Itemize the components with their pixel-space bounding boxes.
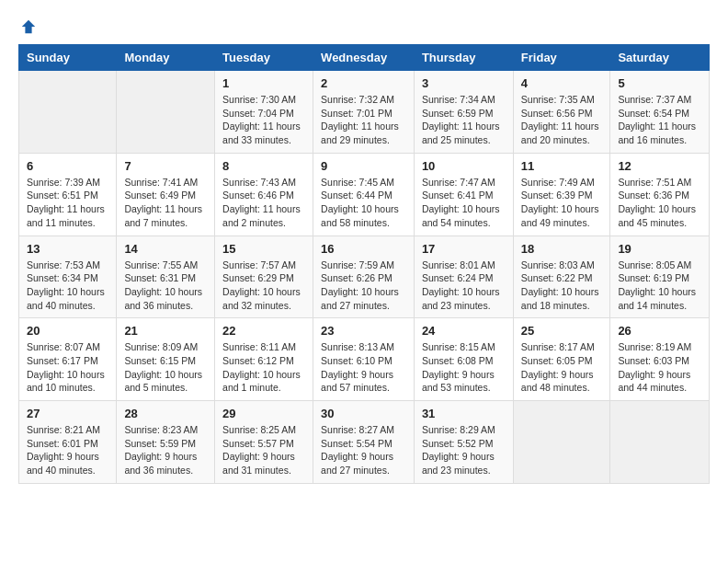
weekday-header: Sunday: [19, 45, 117, 71]
logo: [18, 18, 37, 35]
day-info: Sunrise: 7:34 AMSunset: 6:59 PMDaylight:…: [422, 93, 506, 147]
day-info: Sunrise: 7:57 AMSunset: 6:29 PMDaylight:…: [222, 259, 305, 313]
calendar-cell: 14Sunrise: 7:55 AMSunset: 6:31 PMDayligh…: [117, 236, 215, 318]
logo-icon: [20, 18, 37, 35]
weekday-header: Thursday: [414, 45, 513, 71]
day-number: 19: [618, 242, 701, 256]
day-info: Sunrise: 7:30 AMSunset: 7:04 PMDaylight:…: [222, 93, 305, 147]
calendar-cell: 3Sunrise: 7:34 AMSunset: 6:59 PMDaylight…: [414, 71, 513, 154]
day-info: Sunrise: 8:13 AMSunset: 6:10 PMDaylight:…: [321, 340, 406, 395]
weekday-header: Wednesday: [313, 45, 415, 71]
day-number: 8: [222, 159, 305, 173]
day-info: Sunrise: 7:47 AMSunset: 6:41 PMDaylight:…: [422, 176, 506, 230]
day-number: 6: [27, 159, 108, 173]
day-number: 30: [321, 407, 406, 420]
calendar-cell: 16Sunrise: 7:59 AMSunset: 6:26 PMDayligh…: [313, 236, 415, 318]
calendar-cell: 15Sunrise: 7:57 AMSunset: 6:29 PMDayligh…: [215, 236, 313, 318]
calendar-cell: 19Sunrise: 8:05 AMSunset: 6:19 PMDayligh…: [610, 236, 710, 318]
day-number: 9: [321, 159, 406, 173]
calendar-cell: 5Sunrise: 7:37 AMSunset: 6:54 PMDaylight…: [610, 71, 710, 154]
calendar-week-row: 27Sunrise: 8:21 AMSunset: 6:01 PMDayligh…: [19, 401, 710, 484]
calendar-cell: 10Sunrise: 7:47 AMSunset: 6:41 PMDayligh…: [414, 153, 513, 236]
calendar-cell: 1Sunrise: 7:30 AMSunset: 7:04 PMDaylight…: [215, 71, 313, 154]
calendar-cell: 23Sunrise: 8:13 AMSunset: 6:10 PMDayligh…: [313, 318, 415, 401]
calendar-cell: 26Sunrise: 8:19 AMSunset: 6:03 PMDayligh…: [610, 318, 710, 401]
day-number: 20: [27, 324, 108, 338]
day-info: Sunrise: 7:55 AMSunset: 6:31 PMDaylight:…: [124, 259, 207, 313]
calendar-cell: [117, 71, 215, 154]
day-info: Sunrise: 8:09 AMSunset: 6:15 PMDaylight:…: [124, 340, 207, 395]
day-info: Sunrise: 7:35 AMSunset: 6:56 PMDaylight:…: [521, 93, 603, 147]
day-number: 16: [321, 242, 406, 256]
calendar-cell: 29Sunrise: 8:25 AMSunset: 5:57 PMDayligh…: [215, 401, 313, 484]
calendar-cell: 27Sunrise: 8:21 AMSunset: 6:01 PMDayligh…: [19, 401, 117, 484]
calendar-cell: 6Sunrise: 7:39 AMSunset: 6:51 PMDaylight…: [19, 153, 117, 236]
calendar-cell: 8Sunrise: 7:43 AMSunset: 6:46 PMDaylight…: [215, 153, 313, 236]
calendar-cell: 11Sunrise: 7:49 AMSunset: 6:39 PMDayligh…: [513, 153, 610, 236]
day-number: 28: [124, 407, 207, 420]
day-info: Sunrise: 7:41 AMSunset: 6:49 PMDaylight:…: [124, 176, 207, 230]
day-number: 21: [124, 324, 207, 338]
calendar-cell: 31Sunrise: 8:29 AMSunset: 5:52 PMDayligh…: [414, 401, 513, 484]
day-number: 27: [27, 407, 108, 420]
day-number: 25: [521, 324, 603, 338]
day-number: 10: [422, 159, 506, 173]
day-number: 22: [222, 324, 305, 338]
day-info: Sunrise: 8:19 AMSunset: 6:03 PMDaylight:…: [618, 340, 701, 395]
calendar-cell: 21Sunrise: 8:09 AMSunset: 6:15 PMDayligh…: [117, 318, 215, 401]
calendar-week-row: 6Sunrise: 7:39 AMSunset: 6:51 PMDaylight…: [19, 153, 710, 236]
calendar-cell: [19, 71, 117, 154]
day-info: Sunrise: 8:01 AMSunset: 6:24 PMDaylight:…: [422, 259, 506, 313]
day-number: 14: [124, 242, 207, 256]
day-number: 4: [521, 76, 603, 90]
weekday-header: Friday: [513, 45, 610, 71]
day-info: Sunrise: 8:07 AMSunset: 6:17 PMDaylight:…: [27, 340, 108, 395]
svg-marker-0: [22, 20, 35, 33]
day-number: 15: [222, 242, 305, 256]
day-info: Sunrise: 7:51 AMSunset: 6:36 PMDaylight:…: [618, 176, 701, 230]
day-number: 17: [422, 242, 506, 256]
calendar-cell: 13Sunrise: 7:53 AMSunset: 6:34 PMDayligh…: [19, 236, 117, 318]
day-info: Sunrise: 7:49 AMSunset: 6:39 PMDaylight:…: [521, 176, 603, 230]
day-info: Sunrise: 7:32 AMSunset: 7:01 PMDaylight:…: [321, 93, 406, 147]
weekday-header: Saturday: [610, 45, 710, 71]
day-info: Sunrise: 8:03 AMSunset: 6:22 PMDaylight:…: [521, 259, 603, 313]
calendar-cell: [513, 401, 610, 484]
day-info: Sunrise: 7:39 AMSunset: 6:51 PMDaylight:…: [27, 176, 108, 230]
calendar-cell: [610, 401, 710, 484]
day-number: 31: [422, 407, 506, 420]
day-info: Sunrise: 7:43 AMSunset: 6:46 PMDaylight:…: [222, 176, 305, 230]
day-info: Sunrise: 8:27 AMSunset: 5:54 PMDaylight:…: [321, 423, 406, 477]
calendar-week-row: 20Sunrise: 8:07 AMSunset: 6:17 PMDayligh…: [19, 318, 710, 401]
day-number: 13: [27, 242, 108, 256]
day-info: Sunrise: 8:17 AMSunset: 6:05 PMDaylight:…: [521, 340, 603, 395]
weekday-header: Monday: [117, 45, 215, 71]
day-info: Sunrise: 8:29 AMSunset: 5:52 PMDaylight:…: [422, 423, 506, 477]
day-number: 3: [422, 76, 506, 90]
page-header: [18, 18, 710, 35]
day-number: 26: [618, 324, 701, 338]
weekday-header: Tuesday: [215, 45, 313, 71]
calendar-cell: 18Sunrise: 8:03 AMSunset: 6:22 PMDayligh…: [513, 236, 610, 318]
day-number: 11: [521, 159, 603, 173]
day-info: Sunrise: 7:59 AMSunset: 6:26 PMDaylight:…: [321, 259, 406, 313]
calendar-cell: 17Sunrise: 8:01 AMSunset: 6:24 PMDayligh…: [414, 236, 513, 318]
day-number: 2: [321, 76, 406, 90]
calendar-week-row: 13Sunrise: 7:53 AMSunset: 6:34 PMDayligh…: [19, 236, 710, 318]
day-number: 7: [124, 159, 207, 173]
day-info: Sunrise: 8:25 AMSunset: 5:57 PMDaylight:…: [222, 423, 305, 477]
day-info: Sunrise: 7:37 AMSunset: 6:54 PMDaylight:…: [618, 93, 701, 147]
calendar-cell: 20Sunrise: 8:07 AMSunset: 6:17 PMDayligh…: [19, 318, 117, 401]
day-number: 24: [422, 324, 506, 338]
day-info: Sunrise: 8:21 AMSunset: 6:01 PMDaylight:…: [27, 423, 108, 477]
day-number: 12: [618, 159, 701, 173]
calendar-cell: 9Sunrise: 7:45 AMSunset: 6:44 PMDaylight…: [313, 153, 415, 236]
day-info: Sunrise: 8:23 AMSunset: 5:59 PMDaylight:…: [124, 423, 207, 477]
calendar-cell: 22Sunrise: 8:11 AMSunset: 6:12 PMDayligh…: [215, 318, 313, 401]
day-number: 1: [222, 76, 305, 90]
calendar-cell: 12Sunrise: 7:51 AMSunset: 6:36 PMDayligh…: [610, 153, 710, 236]
day-info: Sunrise: 8:05 AMSunset: 6:19 PMDaylight:…: [618, 259, 701, 313]
calendar-cell: 28Sunrise: 8:23 AMSunset: 5:59 PMDayligh…: [117, 401, 215, 484]
day-number: 23: [321, 324, 406, 338]
calendar-cell: 7Sunrise: 7:41 AMSunset: 6:49 PMDaylight…: [117, 153, 215, 236]
